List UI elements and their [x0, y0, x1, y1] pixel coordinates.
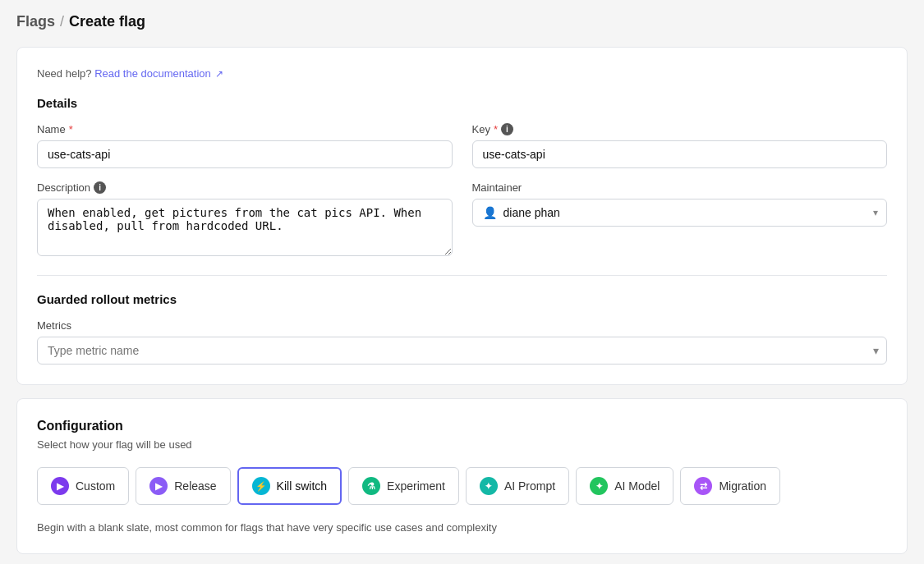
configuration-title: Configuration: [37, 419, 887, 433]
flag-type-release-icon: ▶: [149, 477, 168, 495]
key-required: *: [494, 123, 498, 135]
key-group: Key * i: [472, 123, 888, 168]
maintainer-group: Maintainer 👤 diane phan ▾: [472, 181, 888, 259]
metrics-input[interactable]: [37, 337, 887, 365]
flag-type-migration-button[interactable]: ⇄Migration: [680, 467, 780, 505]
configuration-card: Configuration Select how your flag will …: [16, 398, 908, 554]
metrics-select-wrapper: ▾: [37, 337, 887, 365]
breadcrumb-current: Create flag: [69, 13, 145, 30]
key-label: Key * i: [472, 123, 888, 135]
flag-type-experiment-button[interactable]: ⚗Experiment: [348, 467, 459, 505]
external-link-icon: ↗: [215, 68, 223, 80]
flag-type-aiprompt-icon: ✦: [480, 477, 498, 495]
flag-type-migration-icon: ⇄: [694, 477, 712, 495]
name-key-row: Name * Key * i: [37, 123, 887, 168]
maintainer-label: Maintainer: [472, 181, 888, 194]
breadcrumb: Flags / Create flag: [16, 13, 908, 30]
key-input[interactable]: [472, 140, 888, 168]
name-label: Name *: [37, 123, 453, 135]
flag-types-container: ▶Custom▶Release⚡Kill switch⚗Experiment✦A…: [37, 467, 887, 505]
desc-maintainer-row: Description i When enabled, get pictures…: [37, 181, 887, 259]
flag-type-migration-label: Migration: [719, 479, 766, 493]
flag-type-aiprompt-button[interactable]: ✦AI Prompt: [466, 467, 569, 505]
breadcrumb-separator: /: [60, 13, 64, 30]
flag-type-release-button[interactable]: ▶Release: [136, 467, 230, 505]
flag-type-killswitch-icon: ⚡: [252, 477, 270, 495]
flag-type-aiprompt-label: AI Prompt: [504, 479, 555, 493]
flag-type-killswitch-button[interactable]: ⚡Kill switch: [237, 467, 342, 505]
docs-link[interactable]: Read the documentation ↗: [94, 67, 223, 80]
user-icon: 👤: [483, 206, 497, 219]
flag-type-experiment-label: Experiment: [387, 479, 445, 493]
metrics-label: Metrics: [37, 319, 887, 332]
flag-type-custom-button[interactable]: ▶Custom: [37, 467, 129, 505]
flag-type-experiment-icon: ⚗: [362, 477, 380, 495]
configuration-description: Begin with a blank slate, most common fo…: [37, 521, 887, 534]
flag-type-release-label: Release: [174, 479, 216, 493]
name-group: Name *: [37, 123, 453, 168]
name-input[interactable]: [37, 140, 453, 168]
key-info-icon: i: [501, 123, 513, 135]
description-label: Description i: [37, 181, 453, 194]
maintainer-name: diane phan: [503, 206, 877, 219]
flag-type-killswitch-label: Kill switch: [277, 479, 327, 493]
flag-type-custom-label: Custom: [76, 479, 115, 493]
configuration-subtitle: Select how your flag will be used: [37, 438, 887, 451]
guarded-rollout-title: Guarded rollout metrics: [37, 292, 887, 306]
maintainer-select[interactable]: 👤 diane phan ▾: [472, 199, 888, 227]
details-card: Need help? Read the documentation ↗ Deta…: [16, 47, 908, 385]
help-text: Need help? Read the documentation ↗: [37, 67, 887, 80]
flag-type-custom-icon: ▶: [51, 477, 69, 495]
name-required: *: [69, 123, 73, 135]
flag-type-aimodel-label: AI Model: [614, 479, 660, 493]
description-info-icon: i: [94, 181, 106, 194]
description-group: Description i When enabled, get pictures…: [37, 181, 453, 259]
flag-type-aimodel-icon: ✦: [590, 477, 608, 495]
flag-type-aimodel-button[interactable]: ✦AI Model: [576, 467, 673, 505]
breadcrumb-parent[interactable]: Flags: [16, 13, 55, 30]
details-section-title: Details: [37, 96, 887, 110]
maintainer-select-wrapper: 👤 diane phan ▾: [472, 199, 888, 227]
description-input[interactable]: When enabled, get pictures from the cat …: [37, 199, 453, 256]
section-divider: [37, 275, 887, 276]
